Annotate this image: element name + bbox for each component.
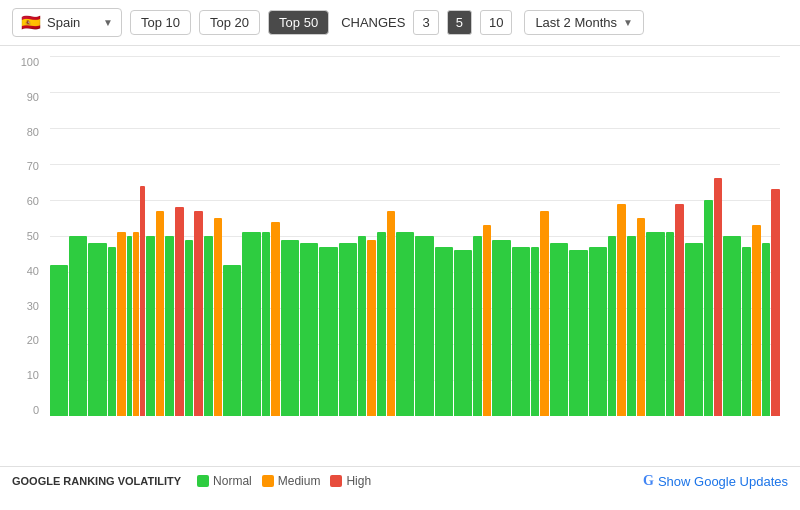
bar-set xyxy=(319,56,337,416)
bar-set xyxy=(550,56,568,416)
bar xyxy=(752,225,761,416)
bar-set xyxy=(492,56,510,416)
bar-set xyxy=(146,56,164,416)
volatility-title: GOOGLE RANKING VOLATILITY xyxy=(12,475,181,487)
bar xyxy=(319,247,337,416)
bar xyxy=(483,225,492,416)
country-label: Spain xyxy=(47,15,97,30)
toolbar: 🇪🇸 Spain ▼ Top 10 Top 20 Top 50 CHANGES … xyxy=(0,0,800,46)
bar-set xyxy=(473,56,491,416)
bar xyxy=(194,211,203,416)
medium-color-swatch xyxy=(262,475,274,487)
bar xyxy=(675,204,684,416)
bar xyxy=(271,222,280,416)
bar xyxy=(569,250,587,416)
bar xyxy=(685,243,703,416)
bar-set xyxy=(666,56,684,416)
bar xyxy=(281,240,299,416)
bar xyxy=(704,200,713,416)
bar-set xyxy=(608,56,626,416)
footer: GOOGLE RANKING VOLATILITY Normal Medium … xyxy=(0,466,800,495)
chart-plot: Dec 26Jan 02Jan 09Jan 16Jan 23Jan 30Feb … xyxy=(50,56,780,416)
high-label: High xyxy=(346,474,371,488)
bar xyxy=(367,240,376,416)
y-label-80: 80 xyxy=(27,126,39,138)
bar xyxy=(617,204,626,416)
bar-set xyxy=(742,56,760,416)
y-label-60: 60 xyxy=(27,195,39,207)
months-chevron-icon: ▼ xyxy=(623,17,633,28)
change10-button[interactable]: 10 xyxy=(480,10,512,35)
bar xyxy=(415,236,433,416)
bar-set xyxy=(281,56,299,416)
bar-set xyxy=(685,56,703,416)
bar xyxy=(50,265,68,416)
bar xyxy=(108,247,117,416)
google-updates-label: Show Google Updates xyxy=(658,474,788,489)
change3-button[interactable]: 3 xyxy=(413,10,438,35)
chevron-down-icon: ▼ xyxy=(103,17,113,28)
normal-label: Normal xyxy=(213,474,252,488)
bar xyxy=(473,236,482,416)
top20-button[interactable]: Top 20 xyxy=(199,10,260,35)
bar xyxy=(127,236,132,416)
bar xyxy=(550,243,568,416)
bar-set xyxy=(762,56,780,416)
bar-set xyxy=(50,56,68,416)
bar-set xyxy=(589,56,607,416)
bar xyxy=(762,243,771,416)
bar xyxy=(396,232,414,416)
months-selector[interactable]: Last 2 Months ▼ xyxy=(524,10,644,35)
y-label-0: 0 xyxy=(33,404,39,416)
bar xyxy=(223,265,241,416)
legend-medium: Medium xyxy=(262,474,321,488)
high-color-swatch xyxy=(330,475,342,487)
bar xyxy=(492,240,510,416)
y-label-100: 100 xyxy=(21,56,39,68)
bar-set xyxy=(88,56,106,416)
months-label: Last 2 Months xyxy=(535,15,617,30)
bar xyxy=(512,247,530,416)
chart-container: 100 90 80 70 60 50 40 30 20 10 0 Dec xyxy=(0,46,800,466)
bar xyxy=(608,236,617,416)
bar-set xyxy=(242,56,260,416)
y-label-70: 70 xyxy=(27,160,39,172)
y-label-90: 90 xyxy=(27,91,39,103)
y-label-50: 50 xyxy=(27,230,39,242)
legend-section: GOOGLE RANKING VOLATILITY Normal Medium … xyxy=(12,474,371,488)
bar xyxy=(742,247,751,416)
bar-set xyxy=(396,56,414,416)
bar xyxy=(531,247,540,416)
country-selector[interactable]: 🇪🇸 Spain ▼ xyxy=(12,8,122,37)
bar xyxy=(358,236,367,416)
google-updates-button[interactable]: G Show Google Updates xyxy=(643,473,788,489)
bar xyxy=(204,236,213,416)
bar xyxy=(454,250,472,416)
normal-color-swatch xyxy=(197,475,209,487)
y-label-40: 40 xyxy=(27,265,39,277)
y-label-30: 30 xyxy=(27,300,39,312)
bar-set xyxy=(723,56,741,416)
top50-button[interactable]: Top 50 xyxy=(268,10,329,35)
bar-set xyxy=(415,56,433,416)
bar xyxy=(723,236,741,416)
bar xyxy=(133,232,138,416)
medium-label: Medium xyxy=(278,474,321,488)
bar xyxy=(300,243,318,416)
bar xyxy=(156,211,165,416)
bar xyxy=(540,211,549,416)
y-label-10: 10 xyxy=(27,369,39,381)
bar xyxy=(69,236,87,416)
bar-set xyxy=(646,56,664,416)
flag-icon: 🇪🇸 xyxy=(21,13,41,32)
top10-button[interactable]: Top 10 xyxy=(130,10,191,35)
bar-set xyxy=(704,56,722,416)
bar-set xyxy=(627,56,645,416)
bar xyxy=(339,243,357,416)
change5-button[interactable]: 5 xyxy=(447,10,472,35)
bar-set xyxy=(165,56,183,416)
bar-set xyxy=(204,56,222,416)
bar xyxy=(377,232,386,416)
bar-set xyxy=(531,56,549,416)
bar xyxy=(214,218,223,416)
